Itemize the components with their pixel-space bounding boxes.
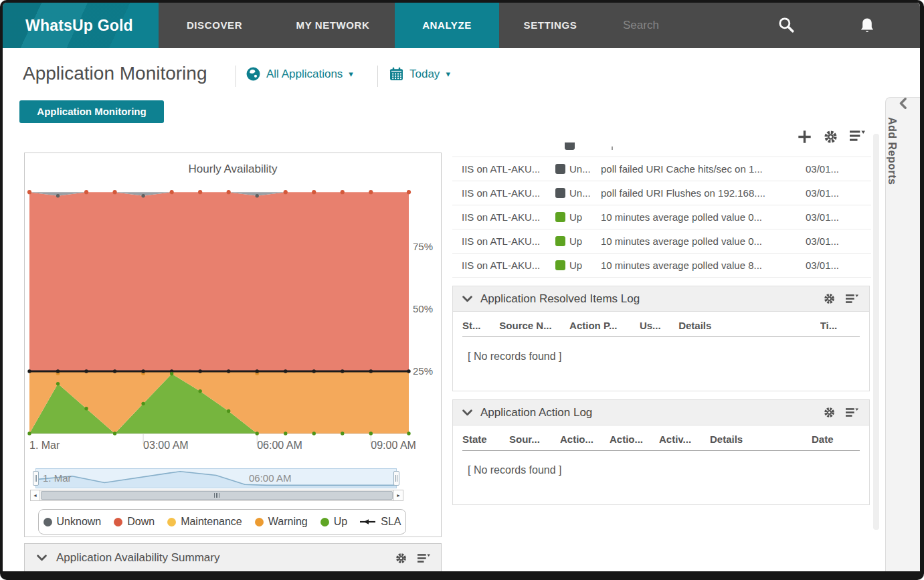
navigator-right-handle[interactable] — [393, 471, 399, 486]
logo[interactable]: WhatsUp Gold — [3, 3, 159, 48]
svg-text:75%: 75% — [413, 241, 433, 252]
chart-title: Hourly Availability — [25, 163, 441, 176]
scrollbar-thumb[interactable] — [41, 491, 393, 500]
legend-item-unknown[interactable]: Unknown — [43, 516, 102, 528]
column-headers: St... Source N... Action P... Us... Deta… — [462, 320, 860, 331]
svg-text:06:00 AM: 06:00 AM — [257, 440, 302, 451]
hourly-availability-chart: 25%50%75%1. Mar03:00 AM06:00 AM09:00 AM — [26, 179, 440, 465]
table-row[interactable]: IIS on ATL-AKU... Up 10 minutes average … — [452, 205, 871, 229]
resolved-items-log-section: Application Resolved Items Log St... Sou… — [452, 286, 870, 391]
date-selector-label: Today — [409, 68, 440, 81]
search-icon[interactable] — [777, 16, 795, 33]
gear-icon[interactable] — [824, 293, 835, 304]
column-header[interactable]: Details — [678, 320, 820, 331]
bell-icon[interactable] — [860, 17, 874, 33]
state-badge — [555, 260, 565, 270]
nav-item-settings[interactable]: SETTINGS — [519, 3, 582, 48]
menu-icon[interactable] — [846, 407, 858, 417]
column-header[interactable]: Actio... — [560, 433, 610, 445]
table-row[interactable]: IIS on ATL-AKU... Up 10 minutes average … — [452, 254, 871, 278]
nav-item-my-network[interactable]: MY NETWORK — [288, 3, 378, 48]
chevron-down-icon[interactable] — [37, 555, 47, 561]
chevron-down-icon: ▾ — [446, 70, 450, 78]
column-header[interactable]: Ti... — [820, 320, 860, 331]
gear-icon[interactable] — [395, 553, 407, 564]
table-row[interactable]: IIS on ATL-AKU... Up 10 minutes average … — [452, 229, 871, 254]
column-header[interactable]: Actio... — [610, 433, 659, 445]
menu-icon[interactable] — [418, 553, 430, 563]
section-title: Application Availability Summary — [56, 551, 219, 565]
legend-item-maintenance[interactable]: Maintenance — [167, 516, 242, 528]
state-badge — [555, 236, 565, 246]
legend-item-warning[interactable]: Warning — [255, 516, 308, 528]
gear-icon[interactable] — [824, 407, 835, 418]
navigator-left-handle[interactable] — [33, 471, 39, 486]
column-header[interactable]: Us... — [640, 320, 678, 331]
nav-item-analyze[interactable]: ANALYZE — [395, 3, 499, 48]
add-reports-panel[interactable]: Add Reports — [885, 97, 920, 571]
column-header[interactable]: Details — [710, 433, 812, 445]
warning-dot-icon — [255, 518, 264, 526]
svg-text:09:00 AM: 09:00 AM — [371, 440, 416, 451]
svg-text:03:00 AM: 03:00 AM — [143, 440, 189, 451]
chevron-left-icon — [886, 98, 920, 109]
legend-item-sla[interactable]: SLA — [360, 516, 401, 528]
chart-horizontal-scrollbar[interactable]: ◄ ► — [30, 490, 403, 501]
navigator-mid-label: 06:00 AM — [249, 472, 291, 484]
section-title: Application Resolved Items Log — [480, 292, 640, 306]
chart-range-navigator[interactable]: 1. Mar 06:00 AM — [35, 468, 397, 488]
resolved-items-log-header[interactable]: Application Resolved Items Log — [453, 286, 869, 312]
chart-legend: Unknown Down Maintenance Warning Up SLA — [38, 509, 406, 535]
column-header[interactable]: Source N... — [499, 320, 569, 331]
column-header[interactable]: Activ... — [659, 433, 710, 445]
add-reports-label: Add Reports — [886, 117, 898, 185]
legend-item-up[interactable]: Up — [320, 516, 347, 528]
svg-text:1. Mar: 1. Mar — [29, 440, 60, 451]
application-event-log-list: IIS on ATL-AKU... Un... poll failed URI … — [452, 134, 871, 280]
clipped-row-badge — [565, 142, 575, 150]
column-header[interactable]: Sour... — [509, 433, 560, 445]
column-header[interactable]: State — [462, 433, 509, 445]
chevron-down-icon[interactable] — [462, 296, 472, 302]
chevron-down-icon: ▾ — [349, 70, 353, 78]
down-dot-icon — [114, 518, 122, 526]
table-row[interactable]: IIS on ATL-AKU... Un... poll failed URI … — [452, 157, 871, 181]
empty-state-text: [ No records found ] — [468, 464, 869, 476]
divider — [377, 66, 378, 87]
column-header[interactable]: Date — [812, 433, 852, 445]
tab-application-monitoring[interactable]: Application Monitoring — [19, 100, 164, 123]
chevron-down-icon[interactable] — [462, 409, 472, 416]
hourly-availability-card: Hourly Availability 25%50%75%1. Mar03:00… — [24, 153, 442, 537]
action-log-section: Application Action Log State Sour... Act… — [452, 399, 870, 505]
search-input[interactable] — [622, 3, 749, 48]
navigator-start-label: 1. Mar — [43, 472, 72, 484]
calendar-icon — [389, 67, 403, 81]
state-badge — [555, 164, 565, 174]
section-title: Application Action Log — [480, 406, 592, 419]
divider — [462, 336, 860, 337]
divider — [462, 450, 860, 451]
sla-line-icon — [360, 518, 376, 525]
scroll-right-arrow[interactable]: ► — [393, 490, 403, 500]
action-log-header[interactable]: Application Action Log — [453, 400, 869, 425]
legend-item-down[interactable]: Down — [114, 516, 155, 528]
column-header[interactable]: Action P... — [569, 320, 640, 331]
svg-text:50%: 50% — [413, 303, 433, 314]
menu-icon[interactable] — [846, 294, 858, 304]
scope-selector[interactable]: All Applications ▾ — [246, 67, 353, 81]
availability-summary-section[interactable]: Application Availability Summary — [24, 543, 442, 573]
svg-text:25%: 25% — [413, 365, 433, 377]
up-dot-icon — [320, 518, 329, 526]
divider — [236, 66, 236, 87]
scope-selector-label: All Applications — [266, 68, 343, 81]
top-nav: WhatsUp Gold DISCOVER MY NETWORK ANALYZE… — [3, 3, 920, 48]
column-headers: State Sour... Actio... Actio... Activ...… — [462, 433, 860, 445]
column-header[interactable]: St... — [462, 320, 499, 331]
right-panel-scrollbar[interactable] — [873, 134, 879, 530]
table-row[interactable]: IIS on ATL-AKU... Un... poll failed URI … — [452, 181, 871, 205]
scroll-left-arrow[interactable]: ◄ — [31, 490, 40, 500]
page-title: Application Monitoring — [23, 63, 207, 84]
globe-icon — [246, 67, 260, 81]
nav-item-discover[interactable]: DISCOVER — [183, 3, 246, 48]
date-selector[interactable]: Today ▾ — [389, 67, 450, 81]
